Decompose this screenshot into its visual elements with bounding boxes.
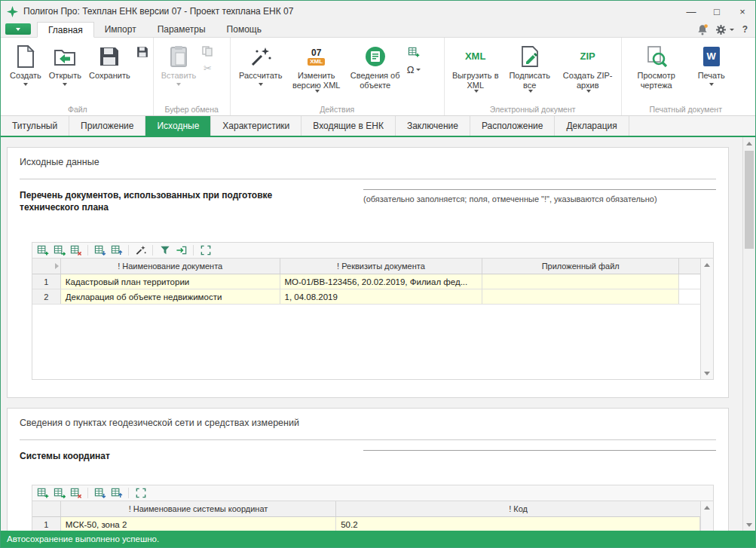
- cut-button[interactable]: ✂: [204, 63, 212, 74]
- document-tabs: Титульный Приложение Исходные Характерис…: [1, 116, 755, 137]
- table-tool-button[interactable]: [408, 46, 420, 58]
- document-name-cell[interactable]: Декларация об объекте недвижимости: [61, 289, 280, 304]
- object-info-button[interactable]: Сведения об объекте: [348, 41, 402, 90]
- row-number-cell[interactable]: 2: [32, 289, 61, 304]
- row-number-cell[interactable]: 1: [32, 517, 61, 531]
- insert-row-icon[interactable]: [53, 487, 66, 500]
- expand-table-icon[interactable]: [134, 487, 147, 500]
- tab-prilozhenie[interactable]: Приложение: [69, 116, 145, 136]
- insert-row-icon[interactable]: [53, 244, 66, 257]
- divider: [128, 245, 129, 256]
- filter-icon[interactable]: [158, 244, 171, 257]
- scroll-up-button[interactable]: [743, 137, 755, 149]
- arrow-down-icon: [746, 523, 752, 527]
- ribbon-tab-import[interactable]: Импорт: [94, 22, 147, 37]
- omega-symbol-button[interactable]: Ω: [407, 64, 421, 75]
- create-button[interactable]: Создать: [8, 41, 43, 87]
- save-as-button[interactable]: [136, 46, 148, 58]
- column-header-details[interactable]: ! Реквизиты документа: [280, 259, 483, 274]
- document-details-cell[interactable]: МО-01/ВВ-123456, 20.02.2019, Филиал фед.…: [280, 274, 483, 289]
- divider: [193, 245, 194, 256]
- chevron-down-icon: [63, 83, 67, 86]
- notifications-bell-icon[interactable]: [697, 24, 708, 35]
- geodesic-card: Сведения о пунктах геодезической сети и …: [7, 408, 729, 531]
- ribbon-tab-home[interactable]: Главная: [37, 22, 94, 38]
- column-header-file[interactable]: Приложенный файл: [482, 259, 679, 274]
- paste-clipboard-icon: [170, 42, 188, 71]
- move-row-up-icon[interactable]: [110, 487, 123, 500]
- ribbon-tab-parameters[interactable]: Параметры: [147, 22, 216, 37]
- column-header-code[interactable]: ! Код: [336, 501, 700, 516]
- chevron-down-icon: [709, 83, 714, 86]
- status-bar: Автосохранение выполнено успешно.: [1, 531, 755, 547]
- scroll-up-button[interactable]: [701, 259, 713, 271]
- sign-pen-icon: [519, 42, 540, 71]
- column-header-system-name[interactable]: ! Наименование системы координат: [61, 501, 336, 516]
- app-menu-button[interactable]: [5, 23, 31, 35]
- row-number-cell[interactable]: 1: [32, 274, 61, 289]
- table-scrollbar[interactable]: [700, 259, 713, 379]
- add-row-icon[interactable]: [36, 244, 49, 257]
- create-zip-button[interactable]: ZIP Создать ZIP-архив: [559, 41, 617, 93]
- ribbon-tab-help[interactable]: Помощь: [216, 22, 272, 37]
- delete-row-icon[interactable]: [69, 487, 82, 500]
- scroll-down-button[interactable]: [743, 519, 755, 531]
- table-scrollbar[interactable]: [700, 501, 713, 531]
- move-row-down-icon[interactable]: [93, 487, 106, 500]
- tab-vkhodyashchie[interactable]: Входящие в ЕНК: [301, 116, 396, 136]
- new-document-icon: [16, 42, 35, 71]
- scroll-down-button[interactable]: [701, 367, 713, 379]
- add-row-icon[interactable]: [36, 487, 49, 500]
- settings-gear-icon[interactable]: [716, 25, 734, 35]
- save-button[interactable]: Сохранить: [87, 41, 132, 81]
- document-details-cell[interactable]: 1, 04.08.2019: [280, 289, 483, 304]
- tab-iskhodnye[interactable]: Исходные: [145, 116, 211, 136]
- row-number-header[interactable]: [32, 501, 61, 516]
- export-table-xml-icon[interactable]: [175, 244, 188, 257]
- system-code-cell[interactable]: 50.2: [336, 517, 700, 531]
- tab-kharakteristiki[interactable]: Характеристики: [211, 116, 301, 136]
- minimize-button[interactable]: —: [678, 2, 704, 22]
- scrollbar-thumb[interactable]: [745, 151, 754, 249]
- attached-file-cell[interactable]: [482, 289, 679, 304]
- group-label-file: Файл: [2, 105, 153, 114]
- copy-button[interactable]: [202, 46, 213, 57]
- expand-table-icon[interactable]: [199, 244, 212, 257]
- open-button[interactable]: Открыть: [47, 41, 83, 87]
- help-icon[interactable]: ?: [742, 24, 748, 35]
- row-number-header[interactable]: [32, 259, 61, 274]
- paste-button[interactable]: Вставить: [160, 41, 198, 87]
- export-xml-button[interactable]: XML Выгрузить в XML: [451, 41, 500, 93]
- calculate-button[interactable]: Рассчитать: [237, 41, 285, 87]
- move-row-down-icon[interactable]: [93, 244, 106, 257]
- attached-file-cell[interactable]: [482, 274, 679, 289]
- move-row-up-icon[interactable]: [110, 244, 123, 257]
- zip-icon: ZIP: [580, 51, 595, 63]
- corner-marker-icon: [55, 263, 59, 269]
- sign-all-button[interactable]: Подписать все: [505, 41, 555, 93]
- tab-deklaratsiya[interactable]: Декларация: [555, 116, 629, 136]
- tab-zaklyuchenie[interactable]: Заключение: [396, 116, 470, 136]
- scroll-up-button[interactable]: [701, 501, 713, 513]
- document-name-cell[interactable]: Кадастровый план территории: [61, 274, 280, 289]
- close-button[interactable]: ×: [730, 2, 755, 22]
- ribbon-group-actions: Рассчитать 07 XML Изменить версию XML Св…: [231, 38, 445, 115]
- divider: [20, 179, 716, 179]
- divider: [20, 439, 716, 440]
- maximize-button[interactable]: □: [704, 2, 730, 22]
- ribbon-group-file: Создать Открыть Сохранить: [2, 38, 154, 115]
- system-name-cell[interactable]: МСК-50, зона 2: [61, 517, 336, 531]
- delete-row-icon[interactable]: [69, 244, 82, 257]
- tab-titulny[interactable]: Титульный: [1, 116, 69, 136]
- page-scrollbar[interactable]: [742, 137, 755, 531]
- column-header-name[interactable]: ! Наименование документа: [61, 259, 280, 274]
- group-label-actions: Действия: [231, 105, 444, 114]
- divider: [152, 245, 153, 256]
- autofill-wand-icon[interactable]: [134, 244, 147, 257]
- change-xml-version-button[interactable]: 07 XML Изменить версию XML: [289, 41, 344, 93]
- source-data-card: Исходные данные Перечень документов, исп…: [7, 147, 729, 398]
- print-button[interactable]: W Печать: [690, 41, 733, 87]
- group-label-print: Печатный документ: [622, 105, 750, 114]
- tab-raspolozhenie[interactable]: Расположение: [470, 116, 556, 136]
- preview-drawing-button[interactable]: Просмотр чертежа: [628, 41, 685, 90]
